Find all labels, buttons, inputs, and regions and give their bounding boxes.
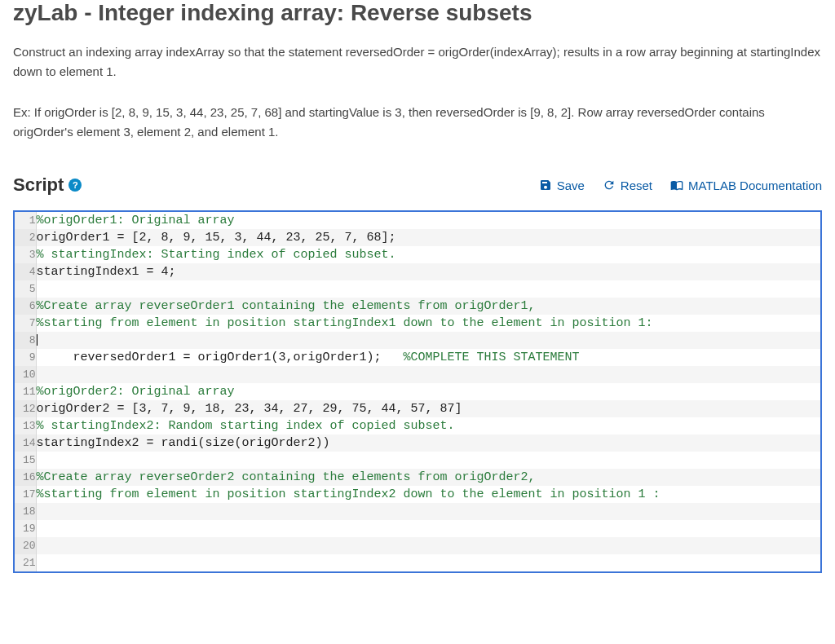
line-number: 9 <box>15 349 36 366</box>
code-row: 14startingIndex2 = randi(size(origOrder2… <box>15 434 820 452</box>
code-line[interactable]: startingIndex1 = 4; <box>36 263 820 280</box>
code-line[interactable]: % startingIndex: Starting index of copie… <box>36 246 820 263</box>
code-line[interactable] <box>36 537 820 554</box>
code-line[interactable] <box>36 280 820 298</box>
page-title: zyLab - Integer indexing array: Reverse … <box>13 0 822 26</box>
code-row: 21 <box>15 554 820 571</box>
code-row: 11%origOrder2: Original array <box>15 383 820 400</box>
code-line[interactable]: origOrder2 = [3, 7, 9, 18, 23, 34, 27, 2… <box>36 400 820 417</box>
code-line[interactable] <box>36 366 820 383</box>
code-line[interactable]: origOrder1 = [2, 8, 9, 15, 3, 44, 23, 25… <box>36 229 820 246</box>
code-row: 9 reversedOrder1 = origOrder1(3,origOrde… <box>15 349 820 366</box>
line-number: 5 <box>15 280 36 298</box>
code-line[interactable]: %origOrder2: Original array <box>36 383 820 400</box>
help-icon[interactable]: ? <box>68 179 82 192</box>
save-label: Save <box>557 179 585 192</box>
code-table: 1%origOrder1: Original array2origOrder1 … <box>15 212 820 571</box>
code-line[interactable] <box>36 452 820 469</box>
code-line[interactable]: % startingIndex2: Random starting index … <box>36 417 820 434</box>
line-number: 15 <box>15 452 36 469</box>
line-number: 10 <box>15 366 36 383</box>
code-row: 6%Create array reverseOrder1 containing … <box>15 298 820 315</box>
code-row: 19 <box>15 520 820 537</box>
code-row: 4startingIndex1 = 4; <box>15 263 820 280</box>
line-number: 17 <box>15 486 36 503</box>
code-line[interactable]: %origOrder1: Original array <box>36 212 820 229</box>
code-line[interactable]: %Create array reverseOrder1 containing t… <box>36 298 820 315</box>
reset-icon <box>603 179 616 192</box>
line-number: 20 <box>15 537 36 554</box>
code-row: 7%starting from element in position star… <box>15 315 820 332</box>
save-icon <box>539 179 552 192</box>
reset-label: Reset <box>621 179 652 192</box>
code-row: 12origOrder2 = [3, 7, 9, 18, 23, 34, 27,… <box>15 400 820 417</box>
line-number: 1 <box>15 212 36 229</box>
code-row: 20 <box>15 537 820 554</box>
code-row: 13% startingIndex2: Random starting inde… <box>15 417 820 434</box>
script-header: Script ? Save Reset MATLAB Documentation <box>13 174 822 196</box>
code-editor[interactable]: 1%origOrder1: Original array2origOrder1 … <box>13 210 822 573</box>
code-row: 2origOrder1 = [2, 8, 9, 15, 3, 44, 23, 2… <box>15 229 820 246</box>
code-line[interactable] <box>36 520 820 537</box>
line-number: 12 <box>15 400 36 417</box>
code-row: 18 <box>15 503 820 520</box>
problem-description-1: Construct an indexing array indexArray s… <box>13 42 822 82</box>
code-row: 8 <box>15 332 820 349</box>
line-number: 21 <box>15 554 36 571</box>
text-cursor <box>37 334 38 346</box>
line-number: 4 <box>15 263 36 280</box>
script-label: Script <box>13 174 64 196</box>
code-line[interactable]: reversedOrder1 = origOrder1(3,origOrder1… <box>36 349 820 366</box>
line-number: 19 <box>15 520 36 537</box>
line-number: 14 <box>15 434 36 452</box>
code-row: 3% startingIndex: Starting index of copi… <box>15 246 820 263</box>
reset-button[interactable]: Reset <box>603 179 652 192</box>
code-line[interactable]: startingIndex2 = randi(size(origOrder2)) <box>36 434 820 452</box>
line-number: 11 <box>15 383 36 400</box>
code-row: 1%origOrder1: Original array <box>15 212 820 229</box>
line-number: 13 <box>15 417 36 434</box>
code-line[interactable] <box>36 332 820 349</box>
matlab-docs-link[interactable]: MATLAB Documentation <box>670 179 822 192</box>
code-line[interactable]: %starting from element in position start… <box>36 486 820 503</box>
line-number: 8 <box>15 332 36 349</box>
line-number: 18 <box>15 503 36 520</box>
code-row: 10 <box>15 366 820 383</box>
code-line[interactable] <box>36 554 820 571</box>
code-row: 5 <box>15 280 820 298</box>
line-number: 6 <box>15 298 36 315</box>
script-header-left: Script ? <box>13 174 82 196</box>
problem-description-2: Ex: If origOrder is [2, 8, 9, 15, 3, 44,… <box>13 103 822 142</box>
script-toolbar: Save Reset MATLAB Documentation <box>539 179 822 192</box>
save-button[interactable]: Save <box>539 179 585 192</box>
line-number: 7 <box>15 315 36 332</box>
line-number: 3 <box>15 246 36 263</box>
line-number: 2 <box>15 229 36 246</box>
code-line[interactable] <box>36 503 820 520</box>
book-icon <box>670 179 683 192</box>
code-line[interactable]: %starting from element in position start… <box>36 315 820 332</box>
code-row: 16%Create array reverseOrder2 containing… <box>15 469 820 486</box>
code-line[interactable]: %Create array reverseOrder2 containing t… <box>36 469 820 486</box>
code-row: 17%starting from element in position sta… <box>15 486 820 503</box>
code-row: 15 <box>15 452 820 469</box>
docs-label: MATLAB Documentation <box>688 179 822 192</box>
line-number: 16 <box>15 469 36 486</box>
